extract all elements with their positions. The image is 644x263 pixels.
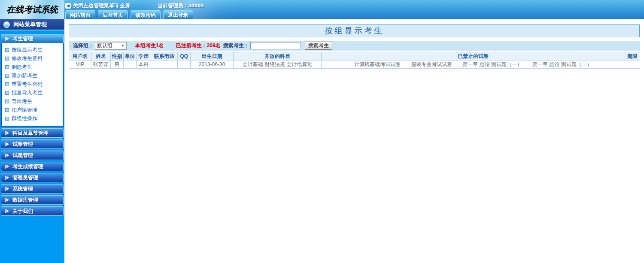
sidebar-item-add-examinee[interactable]: 添加新考生 xyxy=(5,71,63,80)
col-username: 用户名 xyxy=(69,52,91,60)
sidebar-section-about[interactable]: 关于我们 xyxy=(1,206,64,216)
sidebar-section-subjects[interactable]: 科目及章节管理 xyxy=(1,128,64,138)
sidebar: 网站菜单管理 考生管理 按组显示考生 修改考生资料 删除考生 添加新考生 重置考… xyxy=(0,19,64,263)
sidebar-item-label: 修改考生资料 xyxy=(12,55,43,62)
menu-square-icon xyxy=(5,117,9,121)
cell-phone xyxy=(151,60,178,69)
sidebar-title-bar: 网站菜单管理 xyxy=(0,19,64,30)
section-play-icon xyxy=(5,142,9,146)
cell-name: 张艺谋 xyxy=(91,60,111,69)
section-play-icon xyxy=(5,37,9,41)
section-label: 考生管理 xyxy=(12,35,33,42)
cell-open-subjects: 会计基础 财经法规 会计电算化 xyxy=(234,60,322,69)
sidebar-item-label: 批量导入考生 xyxy=(12,89,43,97)
filter-bar: 选择组： 默认组 ▼ 本组考生1名 已注册考生：209名 搜索考生： 搜索考生 xyxy=(69,41,640,51)
table-row: VIP 张艺谋 男 本科 2013-06-30 会计基础 财经法规 会计电算化 … xyxy=(69,60,640,69)
cell-unit xyxy=(124,60,137,69)
sidebar-item-export-examinee[interactable]: 导出考生 xyxy=(5,97,63,106)
tab-admin-home[interactable]: 后台首页 xyxy=(98,10,128,19)
sidebar-item-label: 重置考生密码 xyxy=(12,81,43,88)
col-name: 姓名 xyxy=(91,52,111,60)
sidebar-item-label: 按组显示考生 xyxy=(12,46,43,54)
group-select-value: 默认组 xyxy=(97,42,112,49)
sidebar-expanded-panel: 按组显示考生 修改考生资料 删除考生 添加新考生 重置考生密码 批量导入考生 导… xyxy=(1,43,64,127)
sidebar-section-questions[interactable]: 试题管理 xyxy=(1,151,64,160)
menu-square-icon xyxy=(5,74,9,78)
section-label: 考生成绩管理 xyxy=(12,163,43,170)
col-birthdate: 出生日期 xyxy=(191,52,234,60)
section-label: 试卷管理 xyxy=(12,141,33,148)
fullscreen-icon xyxy=(112,3,118,8)
sidebar-item-label: 添加新考生 xyxy=(12,72,37,79)
section-label: 关于我们 xyxy=(12,208,33,215)
section-label: 科目及章节管理 xyxy=(12,130,49,137)
sidebar-section-scores[interactable]: 考生成绩管理 xyxy=(1,162,64,171)
sidebar-section-system[interactable]: 系统管理 xyxy=(1,184,64,193)
section-play-icon xyxy=(5,131,9,135)
toggle-left-menu-label: 关闭左边管理菜单 xyxy=(73,2,114,9)
sidebar-item-delete-examinee[interactable]: 删除考生 xyxy=(5,63,63,71)
sidebar-section-examinee-management[interactable]: 考生管理 xyxy=(1,34,64,43)
table-header-row: 用户名 姓名 性别 单位 学历 联系电话 QQ 出生日期 开放的科目 已禁止的试… xyxy=(69,52,640,60)
sidebar-item-group-operations[interactable]: 群组性操作 xyxy=(5,114,63,123)
search-button[interactable]: 搜索考生 xyxy=(305,42,332,50)
col-gender: 性别 xyxy=(111,52,124,60)
cell-qq xyxy=(178,60,191,69)
tab-site-frontend[interactable]: 网站前台 xyxy=(65,10,95,19)
section-label: 数据库管理 xyxy=(12,196,38,204)
sidebar-section-papers[interactable]: 试卷管理 xyxy=(1,139,64,149)
cell-username: VIP xyxy=(69,60,91,69)
menu-square-icon xyxy=(5,108,9,112)
col-qq: QQ xyxy=(178,52,191,60)
section-play-icon xyxy=(5,198,9,202)
search-input[interactable] xyxy=(250,42,301,49)
search-label: 搜索考生： xyxy=(223,42,249,49)
menu-square-icon xyxy=(5,65,9,69)
group-count-text: 本组考生1名 xyxy=(135,42,164,49)
sidebar-item-user-groups[interactable]: 用户组管理 xyxy=(5,106,63,114)
group-select-label: 选择组： xyxy=(73,42,94,49)
sidebar-section-admins[interactable]: 管理员管理 xyxy=(1,173,64,182)
chevron-down-icon: ▼ xyxy=(121,44,125,48)
cell-birthdate: 2013-06-30 xyxy=(191,60,234,69)
sidebar-item-batch-import[interactable]: 批量导入考生 xyxy=(5,88,63,97)
toggle-left-menu-button[interactable]: ◀ 关闭左边管理菜单 xyxy=(65,2,114,9)
top-header: 在线考试系统 ◀ 关闭左边管理菜单 全屏 当前管理员：admin 网站前台 后台… xyxy=(0,0,644,19)
menu-square-icon xyxy=(5,100,9,103)
page-title: 按组显示考生 xyxy=(69,24,640,37)
menu-square-icon xyxy=(5,82,9,86)
collapse-left-arrow-icon: ◀ xyxy=(65,3,71,9)
col-unit: 单位 xyxy=(124,52,137,60)
sidebar-section-database[interactable]: 数据库管理 xyxy=(1,195,64,205)
sidebar-item-label: 群组性操作 xyxy=(12,115,37,122)
tab-change-password[interactable]: 修改密码 xyxy=(131,10,161,19)
menu-circle-icon xyxy=(3,21,10,28)
header-tab-bar: 网站前台 后台首页 修改密码 退出登录 xyxy=(65,10,193,19)
col-education: 学历 xyxy=(137,52,151,60)
section-play-icon xyxy=(5,154,9,157)
sidebar-item-edit-examinee[interactable]: 修改考生资料 xyxy=(5,54,63,63)
app-logo: 在线考试系统 xyxy=(0,0,64,19)
section-play-icon xyxy=(5,209,9,213)
section-label: 试题管理 xyxy=(12,152,33,159)
main-content: 按组显示考生 选择组： 默认组 ▼ 本组考生1名 已注册考生：209名 搜索考生… xyxy=(64,19,644,263)
cell-gender: 男 xyxy=(111,60,124,69)
menu-square-icon xyxy=(5,57,9,60)
cell-deadline xyxy=(625,60,640,69)
tab-logout[interactable]: 退出登录 xyxy=(163,10,193,19)
sidebar-item-label: 用户组管理 xyxy=(12,106,37,114)
registered-count-text: 已注册考生：209名 xyxy=(176,42,221,49)
menu-square-icon xyxy=(5,91,9,95)
sidebar-item-show-by-group[interactable]: 按组显示考生 xyxy=(5,45,63,54)
fullscreen-label: 全屏 xyxy=(120,2,130,9)
sidebar-item-label: 导出考生 xyxy=(12,98,32,105)
sidebar-item-reset-password[interactable]: 重置考生密码 xyxy=(5,80,63,88)
group-select[interactable]: 默认组 ▼ xyxy=(95,42,127,50)
col-banned-papers: 已禁止的试卷 xyxy=(322,52,625,60)
cell-education: 本科 xyxy=(137,60,151,69)
current-admin-label: 当前管理员：admin xyxy=(158,2,204,9)
fullscreen-button[interactable]: 全屏 xyxy=(112,2,130,9)
sidebar-item-label: 删除考生 xyxy=(12,63,32,71)
sidebar-title-label: 网站菜单管理 xyxy=(13,21,47,28)
section-label: 系统管理 xyxy=(12,185,33,193)
